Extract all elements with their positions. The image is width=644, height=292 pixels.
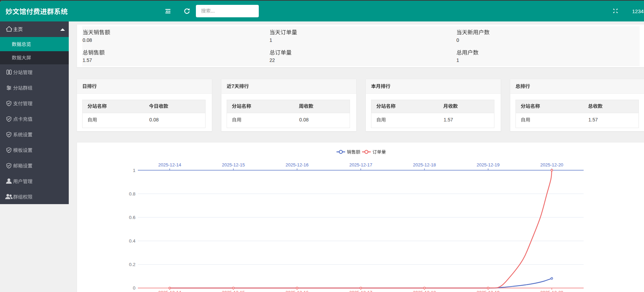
svg-text:0.8: 0.8 [129,191,135,197]
svg-text:1.57: 1.57 [83,57,92,63]
svg-text:0.08: 0.08 [149,117,159,122]
svg-text:2025-12-20: 2025-12-20 [540,290,564,292]
svg-text:2025-12-19: 2025-12-19 [477,290,500,292]
svg-text:2025-12-14: 2025-12-14 [158,162,181,167]
svg-text:2025-12-14: 2025-12-14 [158,290,181,292]
svg-text:22: 22 [269,57,275,63]
svg-text:2025-12-19: 2025-12-19 [477,162,500,167]
svg-text:0.08: 0.08 [299,117,309,122]
svg-text:2025-12-17: 2025-12-17 [349,162,372,167]
svg-text:0.2: 0.2 [129,262,135,267]
svg-text:12345: 12345 [632,8,644,14]
svg-text:1: 1 [456,57,459,63]
svg-text:2025-12-15: 2025-12-15 [222,162,245,167]
svg-text:2025-12-18: 2025-12-18 [413,290,436,292]
svg-text:0: 0 [133,285,135,291]
svg-text:0: 0 [456,37,459,43]
svg-text:1.57: 1.57 [588,117,598,122]
svg-text:2025-12-16: 2025-12-16 [286,290,309,292]
svg-text:1: 1 [269,37,272,43]
svg-text:2025-12-16: 2025-12-16 [286,162,309,167]
svg-text:2025-12-20: 2025-12-20 [540,162,564,167]
svg-text:1.57: 1.57 [444,117,453,122]
svg-text:0.08: 0.08 [83,37,92,43]
svg-text:1: 1 [133,168,135,173]
svg-text:2025-12-15: 2025-12-15 [222,290,245,292]
svg-text:2025-12-17: 2025-12-17 [349,290,372,292]
svg-text:2025-12-18: 2025-12-18 [413,162,436,167]
svg-text:0.6: 0.6 [129,215,135,220]
svg-text:0.4: 0.4 [129,238,135,244]
